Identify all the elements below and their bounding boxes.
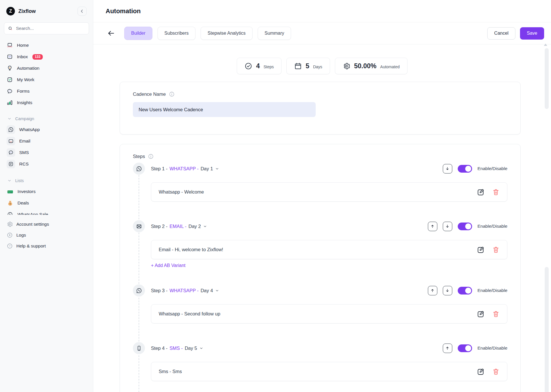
step-content-title: Sms - Sms (159, 369, 182, 374)
sidebar-item-my-work[interactable]: My Work (4, 74, 89, 85)
step-channel: WHATSAPP - (170, 166, 199, 171)
move-step-up-button[interactable] (428, 286, 437, 295)
laptop-icon (7, 42, 13, 48)
sidebar-item-insights[interactable]: Insights (4, 97, 89, 108)
lists-section-header[interactable]: Lists (4, 175, 89, 186)
page-header: Automation (93, 0, 551, 22)
edit-step-button[interactable] (477, 368, 485, 376)
add-ab-variant-link[interactable]: + Add AB Variant (151, 263, 185, 268)
sidebar-item-forms[interactable]: Forms (4, 85, 89, 97)
arrow-down-icon (445, 288, 450, 293)
sidebar-item-label: Investors (18, 189, 36, 194)
campaign-section-header[interactable]: Campaign (4, 114, 89, 124)
sidebar-item-label: Forms (17, 89, 30, 94)
info-icon (148, 153, 154, 159)
mobile-phone-icon (133, 342, 145, 354)
tab-subscribers[interactable]: Subscribers (158, 27, 195, 40)
money-bag-icon (7, 200, 13, 206)
sidebar-item-rcs[interactable]: RCS (4, 158, 89, 170)
lightbulb-icon (7, 65, 13, 71)
toolbar: Builder Subscribers Stepwise Analytics S… (93, 22, 551, 44)
delete-step-button[interactable] (492, 188, 500, 196)
edit-pencil-icon (477, 368, 485, 376)
edit-pencil-icon (477, 246, 485, 254)
stat-unit: Automated (380, 65, 400, 69)
edit-step-button[interactable] (477, 246, 485, 254)
chevron-down-icon (7, 178, 12, 183)
sidebar-item-inbox[interactable]: Inbox 133 (4, 51, 89, 63)
sidebar-item-label: My Work (17, 77, 34, 82)
sidebar-item-automation[interactable]: Automation (4, 63, 89, 74)
cadence-name-panel: Cadence Name (120, 82, 521, 134)
email-icon (133, 220, 145, 232)
sidebar-item-deals[interactable]: Deals (4, 197, 89, 209)
delete-step-button[interactable] (492, 310, 500, 318)
enable-disable-toggle[interactable] (458, 165, 472, 173)
edit-step-button[interactable] (477, 188, 485, 196)
move-step-up-button[interactable] (428, 222, 437, 231)
delete-step-button[interactable] (492, 246, 500, 253)
whatsapp-icon (133, 163, 145, 175)
section-label: Campaign (15, 116, 34, 121)
step-3-title-dropdown[interactable]: Step 3 - WHATSAPP - Day 4 (151, 288, 219, 293)
steps-label: Steps (133, 154, 145, 159)
tab-summary[interactable]: Summary (258, 27, 291, 40)
move-step-down-button[interactable] (443, 286, 452, 295)
sidebar: Z Zixflow Home Inbox 133 Automation My W… (0, 0, 93, 392)
scrollbar-thumb[interactable] (545, 267, 549, 392)
sidebar-item-logs[interactable]: Logs (4, 230, 89, 241)
calendar-icon (294, 62, 302, 70)
step-4-title-dropdown[interactable]: Step 4 - SMS - Day 5 (151, 346, 203, 351)
logs-gauge-icon (7, 232, 13, 238)
whatsapp-icon (7, 125, 15, 134)
sidebar-nav: Home Inbox 133 Automation My Work Forms … (4, 40, 89, 215)
main-area: Automation Builder Subscribers Stepwise … (93, 0, 551, 392)
step-1-title-dropdown[interactable]: Step 1 - WHATSAPP - Day 1 (151, 166, 219, 171)
save-button[interactable]: Save (520, 27, 544, 40)
trash-icon (492, 310, 500, 318)
search-box[interactable] (4, 22, 89, 34)
chevron-down-icon (215, 167, 219, 171)
move-step-up-button[interactable] (443, 344, 452, 353)
edit-step-button[interactable] (477, 310, 485, 318)
sidebar-item-label: Home (17, 43, 29, 48)
search-icon (8, 26, 13, 32)
enable-disable-toggle[interactable] (458, 287, 472, 295)
chevron-down-icon (199, 346, 203, 350)
tab-stepwise-analytics[interactable]: Stepwise Analytics (201, 27, 253, 40)
move-step-down-button[interactable] (443, 164, 452, 173)
scrollbar-up-arrow[interactable] (544, 44, 547, 46)
back-button[interactable] (106, 28, 116, 38)
sidebar-item-account-settings[interactable]: Account settings (4, 219, 89, 230)
step-4-header: Step 4 - SMS - Day 5 Enable/Disable (133, 341, 507, 355)
sidebar-item-label: WhatsApp (19, 127, 40, 132)
enable-disable-toggle[interactable] (458, 344, 472, 352)
enable-disable-toggle[interactable] (458, 223, 472, 230)
sidebar-item-help-support[interactable]: Help & support (4, 241, 89, 251)
cancel-button[interactable]: Cancel (487, 27, 515, 40)
cadence-name-input[interactable] (133, 102, 316, 117)
tab-builder[interactable]: Builder (124, 27, 152, 40)
sidebar-item-email[interactable]: Email (4, 135, 89, 147)
stat-days: 5 Days (286, 58, 330, 74)
search-input[interactable] (16, 26, 85, 31)
sidebar-item-whatsapp[interactable]: WhatsApp (4, 124, 89, 135)
step-day: Day 5 (185, 346, 197, 351)
sidebar-footer: Account settings Logs Help & support (4, 219, 89, 251)
step-content-title: Whatsapp - Second follow up (159, 311, 220, 317)
sidebar-item-home[interactable]: Home (4, 40, 89, 51)
sidebar-collapse-button[interactable] (77, 7, 87, 16)
sidebar-item-clipped[interactable]: WhatsApp Sale (4, 209, 89, 215)
move-step-down-button[interactable] (443, 222, 452, 231)
step-2-title-dropdown[interactable]: Step 2 - EMAIL - Day 2 (151, 224, 207, 229)
sidebar-item-label: Email (19, 139, 30, 144)
toggle-label: Enable/Disable (478, 166, 507, 171)
sidebar-item-investors[interactable]: Investors (4, 186, 89, 197)
delete-step-button[interactable] (492, 368, 500, 375)
scrollbar-thumb[interactable] (545, 48, 549, 109)
step-connector (139, 355, 139, 392)
banknotes-icon (7, 188, 13, 195)
sidebar-item-sms[interactable]: SMS (4, 147, 89, 158)
content-area: 4 Steps 5 Days 50.00% Automated Cadence … (93, 44, 551, 392)
arrow-up-icon (430, 224, 435, 229)
